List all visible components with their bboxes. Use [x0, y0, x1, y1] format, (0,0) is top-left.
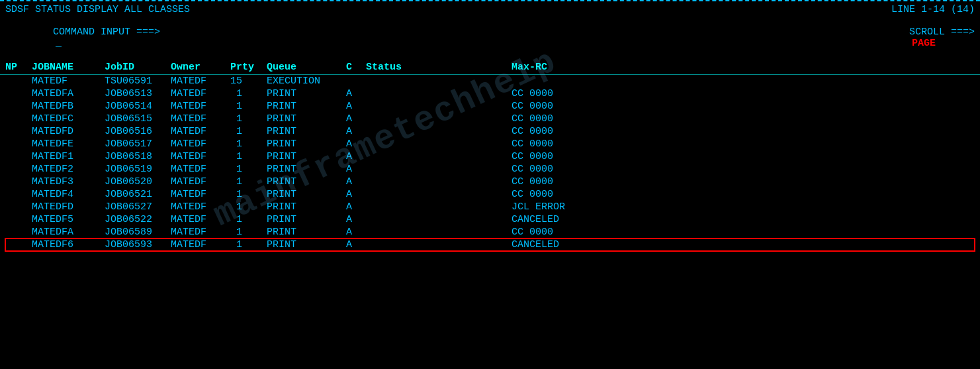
cell-jobname: MATEDF	[32, 76, 105, 87]
cell-c: A	[346, 214, 366, 225]
cell-jobname: MATEDF6	[32, 239, 105, 250]
cell-owner: MATEDF	[171, 176, 230, 187]
cell-status	[366, 239, 512, 250]
cell-jobname: MATEDFB	[32, 101, 105, 112]
cell-c: A	[346, 176, 366, 187]
table-row[interactable]: MATEDF2JOB06519MATEDF 1PRINTACC 0000	[5, 163, 975, 176]
cell-jobname: MATEDFD	[32, 126, 105, 137]
table-row[interactable]: MATEDF1JOB06518MATEDF 1PRINTACC 0000	[5, 150, 975, 163]
data-table: MATEDFTSU06591MATEDF15EXECUTIONMATEDFAJO…	[0, 75, 980, 251]
cell-queue: PRINT	[267, 201, 346, 213]
cell-jobname: MATEDFA	[32, 88, 105, 99]
cell-prty: 1	[230, 164, 267, 175]
table-row[interactable]: MATEDFAJOB06513MATEDF 1PRINTACC 0000	[5, 87, 975, 100]
cell-np	[5, 76, 32, 87]
cell-owner: MATEDF	[171, 126, 230, 137]
header-area: SDSF STATUS DISPLAY ALL CLASSES LINE 1-1…	[0, 1, 980, 60]
cell-np	[5, 189, 32, 200]
cell-maxrc: CC 0000	[512, 113, 975, 125]
cell-jobname: MATEDF4	[32, 189, 105, 200]
command-label: COMMAND INPUT ===> _	[5, 15, 160, 60]
cell-status	[366, 201, 512, 213]
cell-jobid: JOB06522	[105, 214, 171, 225]
cell-queue: PRINT	[267, 189, 346, 200]
col-jobid: JobID	[105, 62, 171, 73]
cell-owner: MATEDF	[171, 138, 230, 150]
cell-maxrc: CC 0000	[512, 126, 975, 137]
table-row[interactable]: MATEDFDJOB06516MATEDF 1PRINTACC 0000	[5, 125, 975, 138]
cell-queue: PRINT	[267, 88, 346, 99]
cell-maxrc: CC 0000	[512, 189, 975, 200]
cell-maxrc: JCL ERROR	[512, 201, 975, 213]
cell-maxrc: CANCELED	[512, 239, 975, 250]
cell-jobname: MATEDFE	[32, 138, 105, 150]
cell-status	[366, 126, 512, 137]
table-row[interactable]: MATEDFTSU06591MATEDF15EXECUTION	[5, 75, 975, 87]
cell-np	[5, 113, 32, 125]
cell-c: A	[346, 126, 366, 137]
cell-jobid: JOB06521	[105, 189, 171, 200]
cell-owner: MATEDF	[171, 164, 230, 175]
col-np: NP	[5, 62, 32, 73]
cell-maxrc: CANCELED	[512, 214, 975, 225]
table-row[interactable]: MATEDF4JOB06521MATEDF 1PRINTACC 0000	[5, 188, 975, 201]
cell-c: A	[346, 101, 366, 112]
header-line2: COMMAND INPUT ===> _ SCROLL ===> PAGE	[5, 15, 975, 60]
cell-status	[366, 138, 512, 150]
cell-np	[5, 176, 32, 187]
cell-prty: 1	[230, 101, 267, 112]
cell-queue: PRINT	[267, 227, 346, 238]
table-row[interactable]: MATEDF6JOB06593MATEDF 1PRINTACANCELED	[5, 238, 975, 251]
column-headers: NP JOBNAME JobID Owner Prty Queue C Stat…	[0, 60, 980, 75]
cell-jobid: JOB06589	[105, 227, 171, 238]
cell-prty: 1	[230, 189, 267, 200]
cell-np	[5, 101, 32, 112]
cell-status	[366, 113, 512, 125]
col-maxrc: Max-RC	[512, 62, 975, 73]
cell-queue: PRINT	[267, 126, 346, 137]
command-input[interactable]: _	[56, 38, 62, 49]
cell-prty: 1	[230, 227, 267, 238]
cell-jobname: MATEDFD	[32, 201, 105, 213]
cell-np	[5, 201, 32, 213]
cell-jobid: JOB06520	[105, 176, 171, 187]
cell-owner: MATEDF	[171, 189, 230, 200]
table-row[interactable]: MATEDFAJOB06589MATEDF 1PRINTACC 0000	[5, 226, 975, 238]
cell-jobid: JOB06518	[105, 151, 171, 162]
terminal-screen: SDSF STATUS DISPLAY ALL CLASSES LINE 1-1…	[0, 0, 980, 369]
cell-np	[5, 88, 32, 99]
line-info: LINE 1-14 (14)	[891, 4, 975, 15]
cell-c: A	[346, 113, 366, 125]
col-prty: Prty	[230, 62, 267, 73]
cell-prty: 1	[230, 88, 267, 99]
cell-owner: MATEDF	[171, 113, 230, 125]
table-row[interactable]: MATEDFCJOB06515MATEDF 1PRINTACC 0000	[5, 113, 975, 125]
cell-c: A	[346, 151, 366, 162]
cell-prty: 1	[230, 138, 267, 150]
header-line1: SDSF STATUS DISPLAY ALL CLASSES LINE 1-1…	[5, 4, 975, 15]
cell-maxrc: CC 0000	[512, 138, 975, 150]
cell-queue: PRINT	[267, 164, 346, 175]
cell-status	[366, 189, 512, 200]
table-row[interactable]: MATEDFEJOB06517MATEDF 1PRINTACC 0000	[5, 138, 975, 150]
cell-jobid: JOB06514	[105, 101, 171, 112]
cell-jobid: JOB06593	[105, 239, 171, 250]
col-owner: Owner	[171, 62, 230, 73]
cell-prty: 1	[230, 126, 267, 137]
table-row[interactable]: MATEDFBJOB06514MATEDF 1PRINTACC 0000	[5, 100, 975, 113]
cell-queue: PRINT	[267, 239, 346, 250]
cell-jobname: MATEDF5	[32, 214, 105, 225]
cell-jobname: MATEDFA	[32, 227, 105, 238]
table-row[interactable]: MATEDF5JOB06522MATEDF 1PRINTACANCELED	[5, 213, 975, 226]
title-text: SDSF STATUS DISPLAY ALL CLASSES	[5, 4, 190, 15]
cell-maxrc: CC 0000	[512, 176, 975, 187]
cell-owner: MATEDF	[171, 239, 230, 250]
cell-status	[366, 164, 512, 175]
cell-jobid: JOB06515	[105, 113, 171, 125]
table-row[interactable]: MATEDF3JOB06520MATEDF 1PRINTACC 0000	[5, 176, 975, 188]
table-row[interactable]: MATEDFDJOB06527MATEDF 1PRINTAJCL ERROR	[5, 201, 975, 213]
cell-owner: MATEDF	[171, 88, 230, 99]
cell-status	[366, 227, 512, 238]
cell-prty: 1	[230, 239, 267, 250]
cell-np	[5, 151, 32, 162]
